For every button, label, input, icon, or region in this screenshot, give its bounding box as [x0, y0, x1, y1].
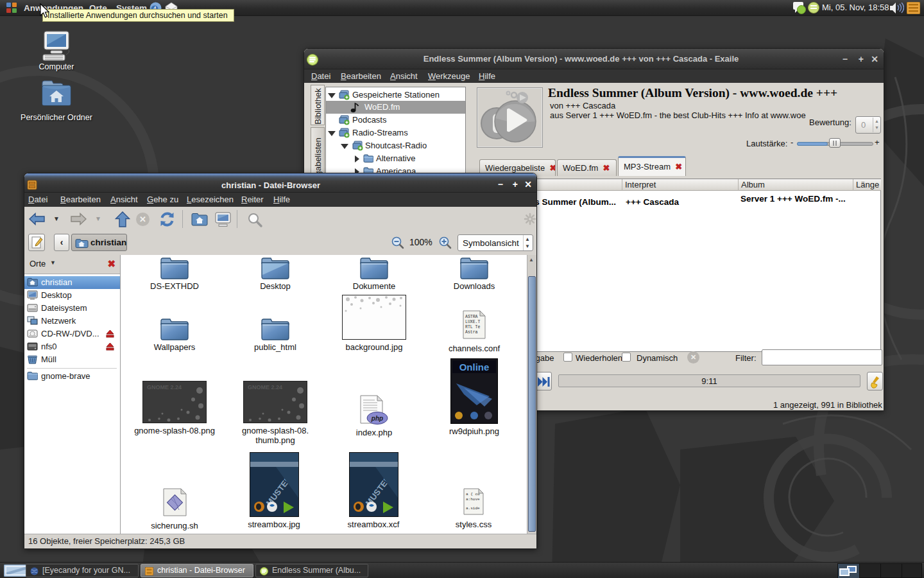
svg-text:Online: Online	[459, 362, 490, 372]
svg-text:a:hove: a:hove	[466, 497, 480, 502]
svg-text:GNOME 2.24: GNOME 2.24	[147, 384, 182, 390]
svg-text:RTL Te: RTL Te	[465, 325, 481, 329]
svg-text:a.side: a.side	[466, 506, 480, 511]
svg-text:Astra: Astra	[465, 330, 478, 335]
svg-text:a { co: a { co	[466, 492, 480, 496]
svg-text:php: php	[371, 415, 383, 422]
svg-text:LUXE.T: LUXE.T	[465, 320, 481, 324]
svg-text:ASTRA: ASTRA	[465, 315, 478, 319]
svg-text:GNOME 2.24: GNOME 2.24	[248, 384, 282, 390]
